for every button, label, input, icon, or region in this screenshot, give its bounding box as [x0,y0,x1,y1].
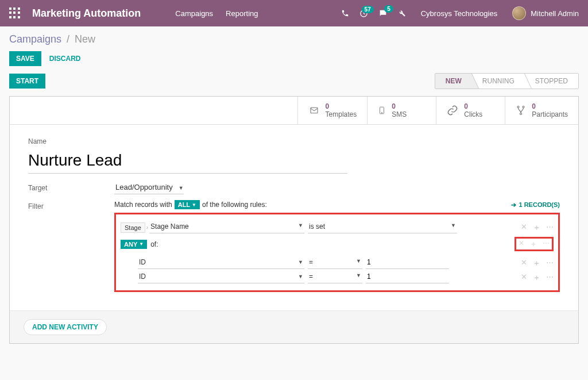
nav-reporting[interactable]: Reporting [226,9,258,18]
nav-campaigns[interactable]: Campaigns [175,9,213,18]
stat-clicks-count: 0 [464,102,482,110]
add-rule-icon[interactable]: ＋ [533,222,540,233]
stat-clicks[interactable]: 0Clicks [436,97,505,124]
delete-subrule2-icon[interactable]: ✕ [521,272,527,283]
messages-badge: 5 [384,5,393,13]
rule-op-select[interactable]: is set▼ [308,221,457,233]
stat-participants-count: 0 [532,102,568,110]
breadcrumb-current: New [75,33,95,45]
add-subrule2-icon[interactable]: ＋ [533,272,540,283]
breadcrumb-root[interactable]: Campaigns [9,33,61,45]
caret-down-icon: ▼ [179,185,184,191]
name-label: Name [28,137,560,145]
stat-sms-count: 0 [392,102,407,110]
rules-highlight-box: Stage › Stage Name▼ is set▼ ✕ ＋ ⋯ ANY▼ [114,213,560,292]
user-menu[interactable]: Mitchell Admin [512,6,579,20]
avatar [512,6,526,20]
any-chip[interactable]: ANY▼ [121,240,147,249]
subrule2-field[interactable]: ID▼ [138,271,304,283]
more-branch-icon[interactable]: ⋯ [543,239,550,249]
stat-sms[interactable]: 0SMS [367,97,436,124]
top-nav: Campaigns Reporting [175,9,258,18]
stat-participants[interactable]: 0Participants [505,97,578,124]
stat-templates-label: Templates [326,110,357,118]
company-name[interactable]: Cybrosys Technologies [421,9,497,18]
any-actions-highlight: ✕ ＋ ⋯ [514,237,554,251]
user-name: Mitchell Admin [531,9,579,18]
breadcrumb-sep: / [67,33,69,45]
phone-icon[interactable] [341,9,349,17]
more-rule-icon[interactable]: ⋯ [546,222,554,233]
records-link[interactable]: ➔1 RECORD(S) [511,201,560,209]
any-of-text: of: [150,240,158,248]
match-text-pre: Match records with [114,201,172,209]
link-icon [447,105,458,116]
stage-bar: NEW RUNNING STOPPED [435,73,579,89]
branch-icon [516,105,526,116]
start-button[interactable]: START [9,74,45,89]
delete-rule-icon[interactable]: ✕ [521,222,527,233]
messages-icon[interactable]: 5 [378,9,388,18]
svg-point-5 [523,106,524,108]
tools-icon[interactable] [398,9,406,17]
app-title: Marketing Automation [32,7,141,20]
stage-stopped[interactable]: STOPPED [525,74,578,89]
stat-participants-label: Participants [532,110,568,118]
subrule1-value[interactable] [366,257,449,269]
more-subrule1-icon[interactable]: ⋯ [546,258,554,268]
subrule2-value[interactable] [366,271,449,283]
stat-templates-count: 0 [326,102,357,110]
delete-subrule1-icon[interactable]: ✕ [521,258,527,268]
apps-launcher-icon[interactable] [9,7,21,19]
activities-badge: 57 [362,6,374,13]
envelope-icon [308,106,320,115]
more-subrule2-icon[interactable]: ⋯ [546,272,554,283]
mobile-icon [378,105,386,116]
svg-rect-1 [311,108,318,113]
stat-sms-label: SMS [392,110,407,118]
save-button[interactable]: SAVE [9,51,41,66]
activities-icon[interactable]: 57 [359,9,368,18]
all-chip[interactable]: ALL▼ [175,200,200,209]
stat-templates[interactable]: 0Templates [297,97,368,124]
svg-point-3 [382,113,382,113]
add-branch-icon[interactable]: ＋ [530,239,537,249]
add-activity-button[interactable]: ADD NEW ACTIVITY [24,319,107,335]
svg-point-6 [520,113,522,115]
stage-new[interactable]: NEW [435,74,472,89]
breadcrumb: Campaigns / New [9,33,95,45]
arrow-right-icon: ➔ [511,201,516,209]
filter-label: Filter [28,200,114,292]
subrule1-op[interactable]: =▼ [308,257,362,269]
chevron-right-icon: › [146,224,148,231]
rule-field-select[interactable]: Stage › Stage Name▼ [121,221,304,233]
subrule1-field[interactable]: ID▼ [138,257,304,269]
discard-button[interactable]: DISCARD [49,51,81,66]
match-text-post: of the following rules: [202,201,267,209]
subrule2-op[interactable]: =▼ [308,271,362,283]
target-select[interactable]: Lead/Opportunity ▼ [114,182,184,194]
name-input[interactable] [28,149,347,174]
target-label: Target [28,182,114,194]
svg-point-4 [517,106,519,108]
delete-branch-icon[interactable]: ✕ [519,239,524,249]
stage-running[interactable]: RUNNING [472,74,525,89]
add-subrule1-icon[interactable]: ＋ [533,258,540,268]
stat-clicks-label: Clicks [464,110,482,118]
